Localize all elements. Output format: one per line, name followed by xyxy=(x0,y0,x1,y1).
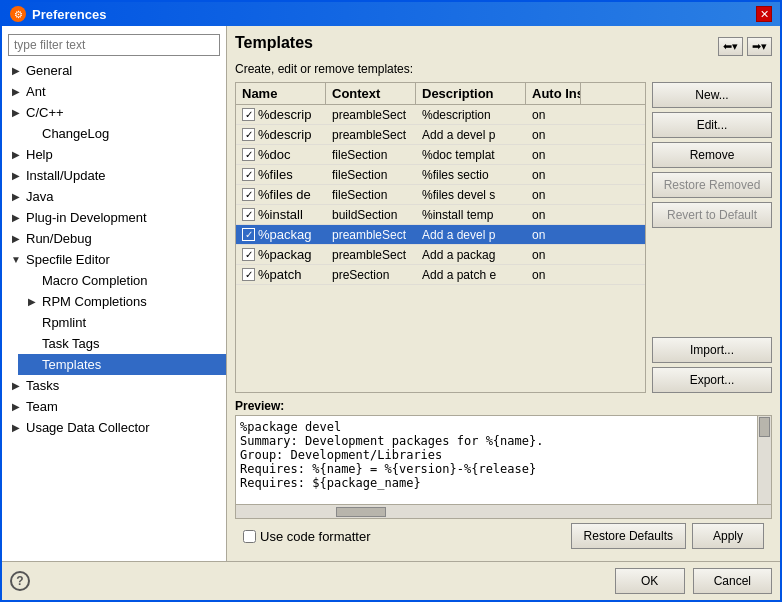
sidebar-item-label: Rpmlint xyxy=(42,315,86,330)
table-row[interactable]: %descrip preambleSect Add a devel p on xyxy=(236,125,645,145)
table-header: Name Context Description Auto Insert xyxy=(236,83,645,105)
titlebar: ⚙ Preferences ✕ xyxy=(2,2,780,26)
sidebar-item-templates[interactable]: Templates xyxy=(18,354,226,375)
remove-button[interactable]: Remove xyxy=(652,142,772,168)
sidebar-item-ant[interactable]: ▶ Ant xyxy=(2,81,226,102)
apply-button[interactable]: Apply xyxy=(692,523,764,549)
templates-table: Name Context Description Auto Insert %de… xyxy=(235,82,646,393)
row-checkbox[interactable] xyxy=(242,128,255,141)
horiz-thumb xyxy=(336,507,386,517)
sidebar-item-tasktags[interactable]: Task Tags xyxy=(18,333,226,354)
content-title: Templates xyxy=(235,34,313,52)
row-checkbox[interactable] xyxy=(242,208,255,221)
app-icon: ⚙ xyxy=(10,6,26,22)
revert-to-default-button[interactable]: Revert to Default xyxy=(652,202,772,228)
table-row[interactable]: %packag preambleSect Add a devel p on xyxy=(236,225,645,245)
sidebar-item-label: General xyxy=(26,63,72,78)
row-checkbox[interactable] xyxy=(242,188,255,201)
sidebar-item-cpp[interactable]: ▶ C/C++ xyxy=(2,102,226,123)
action-buttons: New... Edit... Remove Restore Removed Re… xyxy=(652,82,772,393)
sidebar-item-usagedata[interactable]: ▶ Usage Data Collector xyxy=(2,417,226,438)
sidebar-item-plugin[interactable]: ▶ Plug-in Development xyxy=(2,207,226,228)
table-row[interactable]: %descrip preambleSect %description on xyxy=(236,105,645,125)
filter-input[interactable] xyxy=(8,34,220,56)
expand-icon-cpp: ▶ xyxy=(10,107,22,119)
table-row[interactable]: %files fileSection %files sectio on xyxy=(236,165,645,185)
row-checkbox[interactable] xyxy=(242,268,255,281)
table-area: Name Context Description Auto Insert %de… xyxy=(235,82,646,393)
sidebar-item-label: Macro Completion xyxy=(42,273,148,288)
sidebar-item-help[interactable]: ▶ Help xyxy=(2,144,226,165)
code-formatter-text: Use code formatter xyxy=(260,529,371,544)
sidebar-item-label: Install/Update xyxy=(26,168,106,183)
sidebar-item-rundebug[interactable]: ▶ Run/Debug xyxy=(2,228,226,249)
sidebar-item-team[interactable]: ▶ Team xyxy=(2,396,226,417)
sidebar-item-label: Tasks xyxy=(26,378,59,393)
expand-icon-rpm: ▶ xyxy=(26,296,38,308)
edit-button[interactable]: Edit... xyxy=(652,112,772,138)
preview-scrollbar[interactable] xyxy=(757,416,771,504)
export-button[interactable]: Export... xyxy=(652,367,772,393)
sidebar-item-macrocompletion[interactable]: Macro Completion xyxy=(18,270,226,291)
new-button[interactable]: New... xyxy=(652,82,772,108)
horiz-scrollbar[interactable] xyxy=(235,505,772,519)
restore-defaults-button[interactable]: Restore Defaults xyxy=(571,523,686,549)
expand-icon-java: ▶ xyxy=(10,191,22,203)
sidebar-item-label: Ant xyxy=(26,84,46,99)
table-row[interactable]: %install buildSection %install temp on xyxy=(236,205,645,225)
sidebar-item-label: Plug-in Development xyxy=(26,210,147,225)
sidebar-item-label: C/C++ xyxy=(26,105,64,120)
col-context: Context xyxy=(326,83,416,104)
sidebar-item-general[interactable]: ▶ General xyxy=(2,60,226,81)
table-row[interactable]: %patch preSection Add a patch e on xyxy=(236,265,645,285)
nav-back-button[interactable]: ⬅▾ xyxy=(718,37,743,56)
expand-icon-tasks: ▶ xyxy=(10,380,22,392)
sidebar-item-specfile[interactable]: ▼ Specfile Editor xyxy=(2,249,226,270)
window-title: Preferences xyxy=(32,7,106,22)
table-row[interactable]: %doc fileSection %doc templat on xyxy=(236,145,645,165)
row-checkbox[interactable] xyxy=(242,168,255,181)
scrollbar-thumb xyxy=(759,417,770,437)
sidebar-item-label: RPM Completions xyxy=(42,294,147,309)
expand-icon-usagedata: ▶ xyxy=(10,422,22,434)
expand-icon-install: ▶ xyxy=(10,170,22,182)
nav-forward-button[interactable]: ➡▾ xyxy=(747,37,772,56)
sidebar-item-label: Team xyxy=(26,399,58,414)
bottom-buttons: Restore Defaults Apply xyxy=(571,523,764,549)
expand-icon-specfile: ▼ xyxy=(10,254,22,266)
cancel-button[interactable]: Cancel xyxy=(693,568,772,594)
close-button[interactable]: ✕ xyxy=(756,6,772,22)
row-checkbox[interactable] xyxy=(242,248,255,261)
bottom-bar: Use code formatter Restore Defaults Appl… xyxy=(235,519,772,553)
sidebar-item-label: ChangeLog xyxy=(42,126,109,141)
table-body: %descrip preambleSect %description on %d… xyxy=(236,105,645,392)
sidebar: ▶ General ▶ Ant ▶ C/C++ ChangeLog ▶ Help… xyxy=(2,26,227,561)
expand-icon-team: ▶ xyxy=(10,401,22,413)
sidebar-item-install[interactable]: ▶ Install/Update xyxy=(2,165,226,186)
col-name: Name xyxy=(236,83,326,104)
sidebar-item-label: Run/Debug xyxy=(26,231,92,246)
import-button[interactable]: Import... xyxy=(652,337,772,363)
sidebar-item-label: Specfile Editor xyxy=(26,252,110,267)
row-checkbox[interactable] xyxy=(242,148,255,161)
col-autoinsert: Auto Insert xyxy=(526,83,581,104)
preview-section: Preview: %package devel Summary: Develop… xyxy=(235,399,772,519)
expand-icon-help: ▶ xyxy=(10,149,22,161)
use-code-formatter-checkbox[interactable] xyxy=(243,530,256,543)
ok-button[interactable]: OK xyxy=(615,568,685,594)
help-icon[interactable]: ? xyxy=(10,571,30,591)
sidebar-item-rpmlint[interactable]: Rpmlint xyxy=(18,312,226,333)
table-row[interactable]: %packag preambleSect Add a packag on xyxy=(236,245,645,265)
sidebar-item-java[interactable]: ▶ Java xyxy=(2,186,226,207)
sidebar-item-changelog[interactable]: ChangeLog xyxy=(18,123,226,144)
expand-icon-rundebug: ▶ xyxy=(10,233,22,245)
table-row[interactable]: %files de fileSection %files devel s on xyxy=(236,185,645,205)
restore-removed-button[interactable]: Restore Removed xyxy=(652,172,772,198)
code-formatter-label[interactable]: Use code formatter xyxy=(243,529,371,544)
sidebar-item-rpmcompletions[interactable]: ▶ RPM Completions xyxy=(18,291,226,312)
expand-icon-general: ▶ xyxy=(10,65,22,77)
sidebar-item-tasks[interactable]: ▶ Tasks xyxy=(2,375,226,396)
row-checkbox[interactable] xyxy=(242,108,255,121)
row-checkbox[interactable] xyxy=(242,228,255,241)
expand-icon-ant: ▶ xyxy=(10,86,22,98)
